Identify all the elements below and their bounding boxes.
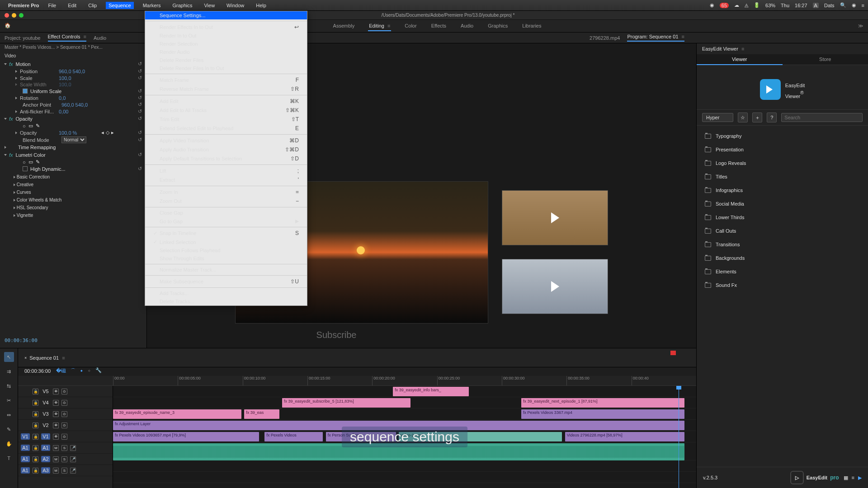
workspace-color[interactable]: Color <box>404 21 417 31</box>
clips-area[interactable]: sequence settings fx 39_easyedit_info ba… <box>113 386 696 488</box>
menu-item[interactable]: Zoom In= <box>145 188 307 197</box>
category-item[interactable]: Sound Fx <box>697 278 868 292</box>
category-item[interactable]: Elements <box>697 265 868 278</box>
chevron-right-icon[interactable] <box>14 176 15 178</box>
tab-program[interactable]: Program: Sequence 01 ≡ <box>627 34 684 42</box>
toggle-output-icon[interactable]: 👁 <box>53 411 59 417</box>
tab-effect-controls[interactable]: Effect Controls ≡ <box>48 34 86 42</box>
menu-item[interactable]: Apply Default Transitions to Selection⇧D <box>145 154 307 163</box>
lumetri-section[interactable]: Color Wheels & Match <box>0 196 146 204</box>
timeline-clip[interactable]: fx 39_easyedit_info bars_ <box>393 387 469 396</box>
category-item[interactable]: Presentation <box>697 143 868 156</box>
fx-motion[interactable]: fxMotion↺ <box>5 60 142 68</box>
lock-icon[interactable]: 🔒 <box>33 456 38 462</box>
menu-item[interactable]: Delete Render Files <box>145 56 307 64</box>
tab-viewer[interactable]: Viewer <box>697 54 783 65</box>
pen-mask-icon[interactable]: ✎ <box>36 159 40 165</box>
help-icon[interactable]: ? <box>767 113 777 122</box>
reset-icon[interactable]: ↺ <box>138 116 142 122</box>
checkbox-hdr[interactable] <box>23 166 28 171</box>
fx-opacity[interactable]: fxOpacity↺ <box>5 115 142 122</box>
pack-select[interactable]: Hyper <box>702 113 733 122</box>
type-tool-icon[interactable]: T <box>4 453 14 463</box>
home-icon[interactable]: 🏠 <box>5 23 12 30</box>
dropped-frame-icon[interactable] <box>670 351 676 355</box>
track-header[interactable]: 🔒V5👁⊙ <box>18 386 113 397</box>
solo-icon[interactable]: S <box>61 445 67 451</box>
search-icon[interactable]: 🔍 <box>840 2 846 8</box>
voice-icon[interactable]: 🎤 <box>70 445 76 451</box>
menu-file[interactable]: File <box>45 2 59 9</box>
tab-store[interactable]: Store <box>783 54 868 65</box>
user-icon[interactable]: A <box>813 3 819 8</box>
lock-icon[interactable]: 🔒 <box>33 400 38 406</box>
reset-icon[interactable]: ↺ <box>138 95 142 101</box>
time-ruler[interactable]: 00:0000:00:05:0000:00:10:0000:00:15:0000… <box>18 376 696 386</box>
chevron-down-icon[interactable] <box>4 63 7 65</box>
siri-icon[interactable]: ◉ <box>852 2 856 8</box>
ellipse-mask-icon[interactable]: ○ <box>23 123 26 129</box>
lock-icon[interactable]: 🔒 <box>33 468 38 474</box>
menu-item[interactable]: Trim Edit⇧T <box>145 115 307 124</box>
prop-uniform[interactable]: Uniform Scale↺ <box>5 88 142 94</box>
reset-icon[interactable]: ↺ <box>138 130 142 136</box>
menu-item[interactable]: Render Effects In to Out↩ <box>145 23 307 32</box>
lock-icon[interactable]: 🔒 <box>33 445 38 451</box>
workspace-overflow-icon[interactable]: ≫ <box>858 23 863 29</box>
chevron-right-icon[interactable] <box>15 131 17 134</box>
menu-item[interactable]: Normalize Master Track... <box>145 266 307 274</box>
list-view-icon[interactable]: ≡ <box>852 475 854 481</box>
wrench-icon[interactable]: 🔧 <box>95 367 102 374</box>
favorite-icon[interactable]: ☆ <box>738 113 748 122</box>
maximize-window-icon[interactable] <box>19 13 24 18</box>
sync-lock-icon[interactable]: ⊙ <box>61 389 67 394</box>
tab-ec-menu-icon[interactable]: ≡ <box>84 34 86 39</box>
mask-tools[interactable]: ○▭✎ <box>5 122 142 129</box>
source-patch[interactable]: A1 <box>21 445 30 451</box>
menu-item[interactable]: ✓Linked Selection <box>145 238 307 246</box>
chevron-right-icon[interactable] <box>15 77 17 80</box>
menu-graphics[interactable]: Graphics <box>170 2 195 9</box>
track-header[interactable]: A1🔒A3MS🎤 <box>18 465 113 476</box>
category-item[interactable]: Social Media <box>697 197 868 211</box>
tab-source[interactable]: 2796228.mp4 <box>590 35 620 41</box>
prop-flicker[interactable]: Anti-flicker Fil...0,00↺ <box>5 108 142 115</box>
chevron-right-icon[interactable] <box>5 146 6 149</box>
category-item[interactable]: Call Outs <box>697 224 868 238</box>
next-video-thumb-1[interactable] <box>502 190 608 245</box>
menu-item[interactable]: Render In to Out <box>145 32 307 40</box>
lumetri-section[interactable]: Curves <box>0 188 146 196</box>
chevron-right-icon[interactable] <box>15 70 17 73</box>
marker-add-icon[interactable]: ⬥ <box>80 367 83 374</box>
reset-icon[interactable]: ↺ <box>138 152 142 158</box>
chevron-down-icon[interactable] <box>4 154 7 156</box>
track-header[interactable]: A1🔒A2MS🎤 <box>18 454 113 465</box>
workspace-libraries[interactable]: Libraries <box>521 21 542 31</box>
chevron-down-icon[interactable] <box>4 118 7 120</box>
fx-timeremap[interactable]: Time Remapping <box>5 144 142 151</box>
menubar-user[interactable]: Dats <box>824 3 835 8</box>
category-item[interactable]: Infographics <box>697 183 868 197</box>
track-header[interactable]: V1🔒V1👁⊙ <box>18 431 113 442</box>
ellipse-mask-icon[interactable]: ○ <box>23 160 26 165</box>
ec-breadcrumb[interactable]: Master * Pexels Videos... > Sequence 01 … <box>0 43 146 52</box>
track-target[interactable]: A1 <box>41 445 50 451</box>
chevron-right-icon[interactable] <box>14 199 15 202</box>
mask-tools-lum[interactable]: ○▭✎ <box>5 159 142 165</box>
menu-item[interactable]: Selection Follows Playhead <box>145 246 307 254</box>
menu-item[interactable]: Close Gap <box>145 209 307 217</box>
menu-item[interactable]: Zoom Out− <box>145 197 307 206</box>
menu-markers[interactable]: Markers <box>140 2 164 9</box>
menu-item[interactable]: Add Edit to All Tracks⇧⌘K <box>145 106 307 115</box>
track-target[interactable]: V1 <box>41 433 50 440</box>
menu-item[interactable]: Match FrameF <box>145 75 307 84</box>
razor-tool-icon[interactable]: ✂ <box>4 395 14 405</box>
category-item[interactable]: Titles <box>697 170 868 183</box>
sync-lock-icon[interactable]: ⊙ <box>61 411 67 417</box>
kf-prev-icon[interactable]: ◂ <box>101 130 104 136</box>
tab-audio[interactable]: Audio <box>94 35 106 41</box>
rect-mask-icon[interactable]: ▭ <box>28 159 33 165</box>
track-header[interactable]: 🔒V4👁⊙ <box>18 397 113 408</box>
toggle-output-icon[interactable]: 👁 <box>53 422 59 428</box>
next-video-thumb-2[interactable] <box>502 259 608 314</box>
